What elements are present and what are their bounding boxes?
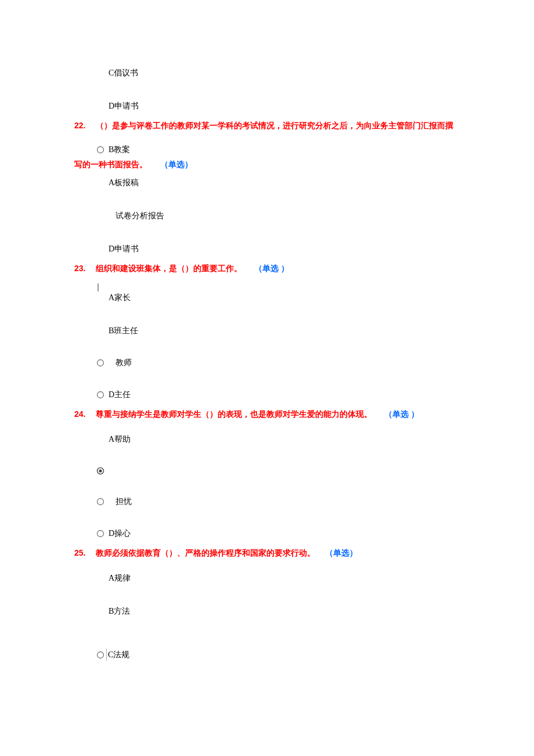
- question-text: 组织和建设班集体，是（）的重要工作。: [96, 264, 242, 273]
- q22-option-b[interactable]: B教案: [74, 143, 505, 156]
- radio-icon[interactable]: [96, 391, 104, 399]
- q24-option-c[interactable]: 担忧: [74, 495, 505, 507]
- single-choice-tag: （单选）: [325, 549, 358, 557]
- option-text: A家长: [109, 291, 131, 304]
- option-text: 试卷分析报告: [116, 210, 164, 222]
- question-number: 23.: [74, 264, 85, 273]
- option-text: B教案: [109, 143, 130, 156]
- option-text: A帮助: [109, 433, 131, 445]
- q22-option-d[interactable]: D申请书: [74, 243, 505, 255]
- question-text: （）是参与评卷工作的教师对某一学科的考试情况，进行研究分析之后，为向业务主管部门…: [96, 121, 453, 130]
- radio-icon-selected[interactable]: [96, 467, 104, 475]
- q23-option-b[interactable]: B班主任: [74, 325, 505, 337]
- q25-option-b[interactable]: B方法: [74, 605, 505, 617]
- svg-point-13: [99, 653, 102, 656]
- radio-icon[interactable]: [96, 146, 104, 154]
- question-number: 25.: [74, 548, 85, 557]
- option-text: D主任: [109, 388, 131, 401]
- svg-point-12: [98, 651, 104, 658]
- svg-point-10: [98, 530, 104, 537]
- radio-icon[interactable]: [96, 530, 104, 538]
- question-22-continuation: 写的一种书面报告。 （单选）: [74, 159, 505, 171]
- question-23: 23. 组织和建设班集体，是（）的重要工作。 （单选 ）: [74, 262, 505, 275]
- svg-point-9: [99, 500, 102, 503]
- option-text: B方法: [109, 605, 130, 617]
- option-text: 担忧: [116, 495, 132, 507]
- single-choice-tag: （单选 ）: [384, 410, 419, 419]
- option-text: C倡议书: [109, 67, 138, 79]
- q22-option-c[interactable]: 试卷分析报告: [74, 210, 505, 222]
- svg-point-1: [99, 148, 102, 151]
- question-22: 22. （）是参与评卷工作的教师对某一学科的考试情况，进行研究分析之后，为向业务…: [74, 120, 505, 132]
- q21-option-d[interactable]: D申请书: [74, 100, 505, 112]
- marker-icon: [98, 283, 99, 291]
- single-choice-tag: （单选 ）: [254, 264, 289, 273]
- q24-option-d[interactable]: D操心: [74, 527, 505, 539]
- radio-icon[interactable]: [96, 359, 104, 367]
- option-text: 教师: [116, 357, 132, 369]
- q24-option-a[interactable]: A帮助: [74, 433, 505, 445]
- question-24: 24. 尊重与接纳学生是教师对学生（）的表现，也是教师对学生爱的能力的体现。 （…: [74, 408, 505, 420]
- q21-option-c[interactable]: C倡议书: [74, 67, 505, 79]
- q23-option-d[interactable]: D主任: [74, 388, 505, 401]
- option-text: C法规: [106, 649, 129, 661]
- svg-point-0: [98, 146, 104, 153]
- q22-option-a[interactable]: A板报稿: [74, 177, 505, 189]
- question-number: 22.: [74, 121, 85, 130]
- q25-option-c[interactable]: C法规: [74, 649, 505, 661]
- radio-icon[interactable]: [96, 498, 104, 506]
- svg-point-7: [99, 469, 102, 472]
- single-choice-tag: （单选）: [160, 160, 193, 169]
- svg-point-2: [98, 359, 104, 366]
- option-text: D操心: [109, 527, 131, 539]
- q24-option-b[interactable]: [74, 465, 505, 477]
- svg-point-8: [98, 498, 104, 505]
- svg-point-5: [99, 393, 102, 396]
- question-text: 尊重与接纳学生是教师对学生（）的表现，也是教师对学生爱的能力的体现。: [96, 410, 372, 419]
- svg-point-11: [99, 532, 102, 535]
- q25-option-a[interactable]: A规律: [74, 572, 505, 584]
- question-25: 25. 教师必须依据教育（）、严格的操作程序和国家的要求行动。 （单选）: [74, 547, 505, 559]
- svg-point-4: [98, 391, 104, 398]
- option-text: D申请书: [109, 243, 139, 255]
- option-text: B班主任: [109, 325, 138, 337]
- option-text: A规律: [109, 572, 131, 584]
- radio-icon[interactable]: [96, 651, 104, 659]
- q23-option-c[interactable]: 教师: [74, 357, 505, 369]
- question-text: 教师必须依据教育（）、严格的操作程序和国家的要求行动。: [96, 549, 315, 557]
- svg-point-3: [99, 361, 102, 364]
- option-text: A板报稿: [109, 177, 139, 189]
- question-number: 24.: [74, 409, 85, 419]
- q23-option-a-text[interactable]: A家长: [74, 291, 505, 304]
- option-text: D申请书: [109, 100, 139, 112]
